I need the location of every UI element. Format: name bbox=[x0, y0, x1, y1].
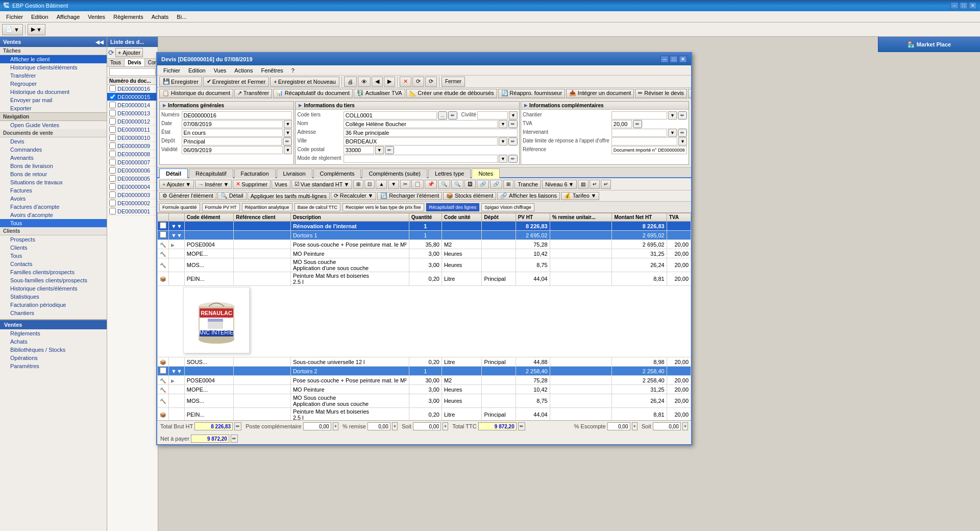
escompte-input[interactable] bbox=[607, 422, 630, 430]
sidebar-item-regrouper[interactable]: Regrouper bbox=[0, 80, 107, 88]
actualiser-tva-btn[interactable]: 💱 Actualiser TVA bbox=[354, 89, 405, 98]
add-doc-btn[interactable]: + Ajouter bbox=[115, 48, 143, 57]
doc-checkbox-de00000014[interactable] bbox=[109, 102, 116, 108]
sidebar-nav-parametres[interactable]: Paramètres bbox=[0, 362, 107, 370]
code-tiers-browse-btn[interactable]: ... bbox=[438, 111, 447, 119]
soit1-input[interactable] bbox=[413, 422, 441, 430]
doc-checkbox-de00000016[interactable] bbox=[109, 85, 116, 92]
doc-checkbox-de00000013[interactable] bbox=[109, 110, 116, 116]
market-place-btn[interactable]: 🏪 Market Place bbox=[878, 37, 980, 52]
menu-achats[interactable]: Achats bbox=[148, 13, 173, 21]
recalculer-btn[interactable]: ⟳ Recalculer ▼ bbox=[331, 192, 376, 200]
print-btn[interactable]: 🖨 bbox=[344, 77, 357, 87]
mode-edit-btn[interactable]: ✏ bbox=[508, 155, 518, 163]
modal-menu-fichier[interactable]: Fichier bbox=[159, 67, 184, 74]
tarifeo-btn[interactable]: 💰 Tarifeo ▼ bbox=[561, 192, 599, 200]
modal-window-controls[interactable]: ─ □ ✕ bbox=[660, 56, 687, 63]
sidebar-tasks-title[interactable]: Tâches bbox=[0, 47, 107, 55]
intervenant-edit-btn[interactable]: ✏ bbox=[678, 129, 687, 137]
enregistrer-fermer-btn[interactable]: ✔ Enregistrer et Fermer bbox=[203, 77, 270, 87]
historique-doc-btn[interactable]: 📋 Historique du document bbox=[159, 89, 233, 98]
tab-lettres-type[interactable]: Lettres type bbox=[428, 168, 471, 178]
doc-item-de00000003[interactable]: DE00000003 bbox=[107, 191, 158, 199]
row1-checkbox[interactable] bbox=[160, 222, 166, 229]
doc-checkbox-de00000001[interactable] bbox=[109, 208, 116, 214]
btn-calc[interactable]: ⊞ bbox=[503, 180, 513, 189]
row1-expand[interactable]: ▼▼ bbox=[169, 222, 185, 231]
modal-menu-edition[interactable]: Edition bbox=[184, 67, 210, 74]
chantier-edit-btn[interactable]: ✏ bbox=[678, 111, 687, 119]
doc-item-de00000006[interactable]: DE00000006 bbox=[107, 166, 158, 175]
delete-btn[interactable]: ✕ bbox=[400, 77, 411, 87]
row9-expand[interactable]: ▼▼ bbox=[169, 367, 185, 376]
row2-check[interactable] bbox=[158, 231, 169, 240]
tab-notes[interactable]: Notes bbox=[472, 168, 500, 178]
toolbar-dropdown1[interactable]: ▼ bbox=[14, 27, 19, 33]
ville-edit-btn[interactable]: ✏ bbox=[508, 137, 518, 146]
btn-cols2[interactable]: ⊡ bbox=[364, 180, 375, 189]
spigao-btn[interactable]: Spigao Vision chiffrage bbox=[481, 203, 534, 211]
ville-value[interactable]: BORDEAUX bbox=[344, 137, 498, 146]
btn-link2[interactable]: 🔗 bbox=[490, 180, 502, 189]
table-row-subsec1[interactable]: ▼▼ Dortoirs 1 1 2 695,02 2 695,02 bbox=[158, 231, 691, 240]
modal-minimize-btn[interactable]: ─ bbox=[660, 56, 669, 63]
net-payer-edit-btn[interactable]: ✏ bbox=[231, 435, 238, 443]
btn-down[interactable]: ▼ bbox=[388, 180, 399, 189]
sidebar-nav-reglements[interactable]: Règlements bbox=[0, 329, 107, 337]
doc-checkbox-de00000002[interactable] bbox=[109, 200, 116, 206]
date-limite-picker-btn[interactable]: ▼ bbox=[678, 137, 687, 146]
tab-detail[interactable]: Détail bbox=[159, 168, 188, 178]
formule-pv-btn[interactable]: Formule PV HT bbox=[202, 203, 240, 211]
doc-tab-devis[interactable]: Devis bbox=[125, 59, 145, 66]
menu-edition[interactable]: Edition bbox=[27, 13, 53, 21]
toolbar-new-btn[interactable]: 📄 ▼ bbox=[2, 24, 23, 35]
maximize-btn[interactable]: □ bbox=[960, 2, 968, 9]
sidebar-nav-bibliotheques[interactable]: Bibliothèques / Stocks bbox=[0, 346, 107, 354]
sidebar-item-commandes[interactable]: Commandes bbox=[0, 146, 107, 154]
mode-picker-btn[interactable]: ▼ bbox=[499, 155, 507, 163]
total-brut-input[interactable] bbox=[194, 422, 233, 430]
reference-value[interactable]: Document importé n° DE00000008 bbox=[611, 146, 687, 154]
sidebar-item-clients-tous[interactable]: Tous bbox=[0, 252, 107, 260]
doc-checkbox-de00000011[interactable] bbox=[109, 126, 116, 133]
validite-picker-btn[interactable]: ▼ bbox=[284, 146, 292, 154]
etat-picker-btn[interactable]: ▼ bbox=[284, 129, 292, 137]
modal-menu-fenetres[interactable]: Fenêtres bbox=[257, 67, 287, 74]
refresh2-btn[interactable]: ⟳ bbox=[425, 77, 437, 87]
doc-checkbox-de00000005[interactable] bbox=[109, 175, 116, 182]
total-ttc-input[interactable] bbox=[478, 422, 517, 430]
doc-checkbox-de00000010[interactable] bbox=[109, 134, 116, 141]
doc-item-de00000004[interactable]: DE00000004 bbox=[107, 183, 158, 191]
btn-img[interactable]: 🖼 bbox=[464, 180, 476, 189]
tab-complements-suite[interactable]: Compléments (suite) bbox=[362, 168, 427, 178]
tab-livraison[interactable]: Livraison bbox=[277, 168, 312, 178]
tva-edit-btn[interactable]: ✏ bbox=[633, 120, 642, 128]
sidebar-item-historique-doc[interactable]: Historique du document bbox=[0, 88, 107, 96]
btn-link[interactable]: 🔗 bbox=[477, 180, 489, 189]
table-row-mos-2[interactable]: 🔨 MOS... MO Sous coucheApplication d'une… bbox=[158, 394, 691, 408]
sidebar-item-tous[interactable]: Tous bbox=[0, 219, 107, 227]
table-row-mope-2[interactable]: 🔨 MOPE... MO Peinture 3,00 Heures 10,42 … bbox=[158, 385, 691, 394]
doc-tab-tous[interactable]: Tous bbox=[107, 59, 125, 66]
sidebar-item-avoirs-acompte[interactable]: Avoirs d'acompte bbox=[0, 211, 107, 219]
adresse-value[interactable]: 36 Rue principale bbox=[344, 129, 518, 137]
sidebar-clients-title[interactable]: Clients bbox=[0, 227, 107, 235]
sidebar-item-transferer[interactable]: Transférer bbox=[0, 71, 107, 80]
depot-value[interactable]: Principal bbox=[182, 137, 282, 146]
soit1-add-btn[interactable]: + bbox=[443, 422, 448, 430]
remise-input[interactable] bbox=[368, 422, 390, 430]
integrer-btn[interactable]: 📥 Intégrer un document bbox=[566, 89, 634, 98]
btn-cols1[interactable]: ⊞ bbox=[353, 180, 363, 189]
supprimer-btn[interactable]: ✕ Supprimer bbox=[233, 180, 271, 189]
vues-btn[interactable]: Vues bbox=[272, 180, 290, 189]
doc-checkbox-de00000009[interactable] bbox=[109, 142, 116, 149]
preview-btn[interactable]: 👁 bbox=[358, 77, 371, 87]
recap-lignes-btn[interactable]: Récapitulatif des lignes bbox=[426, 203, 480, 211]
doc-item-de00000001[interactable]: DE00000001 bbox=[107, 207, 158, 215]
btn-cut[interactable]: ✂ bbox=[400, 180, 410, 189]
fermer-btn[interactable]: Fermer bbox=[442, 77, 465, 87]
modal-menu-vues[interactable]: Vues bbox=[210, 67, 231, 74]
doc-checkbox-de00000007[interactable] bbox=[109, 159, 116, 165]
recharger-elem-btn[interactable]: 🔃 Recharger l'élément bbox=[377, 192, 442, 200]
doc-item-de00000008[interactable]: DE00000008 bbox=[107, 150, 158, 158]
